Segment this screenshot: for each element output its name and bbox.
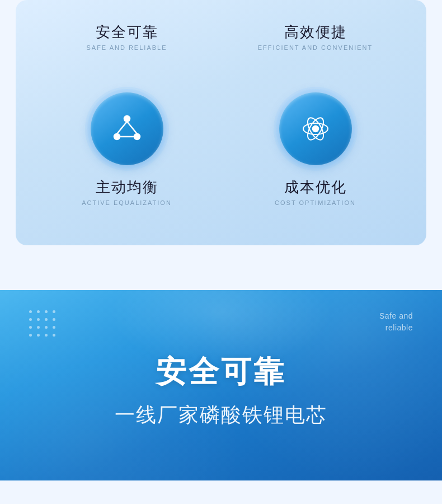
svg-point-2 bbox=[134, 134, 140, 139]
dot bbox=[45, 326, 48, 329]
dots-grid-decoration bbox=[29, 310, 57, 338]
bottom-section: Safe and reliable 安全可靠 一线厂家磷酸铁锂电芯 bbox=[0, 290, 442, 480]
feature-cost-optimization-en: COST OPTIMIZATION bbox=[275, 199, 356, 206]
dot bbox=[29, 318, 32, 321]
svg-point-6 bbox=[313, 126, 318, 132]
feature-active-equalization: 主动均衡 ACTIVE EQUALIZATION bbox=[32, 81, 221, 223]
dot bbox=[53, 334, 55, 337]
feature-efficient: 高效便捷 EFFICIENT AND CONVENIENT bbox=[221, 11, 410, 81]
dot bbox=[37, 310, 40, 313]
triangle-nodes-icon bbox=[110, 112, 144, 146]
dot bbox=[29, 334, 32, 337]
dot bbox=[37, 334, 40, 337]
feature-safe-reliable-zh: 安全可靠 bbox=[96, 22, 158, 42]
svg-point-0 bbox=[124, 116, 130, 122]
dot bbox=[45, 310, 48, 313]
feature-efficient-en: EFFICIENT AND CONVENIENT bbox=[258, 44, 373, 51]
active-equalization-icon-circle bbox=[91, 92, 163, 165]
dot bbox=[53, 318, 55, 321]
main-heading-zh: 安全可靠 bbox=[28, 352, 414, 393]
feature-safe-reliable-en: SAFE AND RELIABLE bbox=[86, 44, 167, 51]
dot bbox=[45, 318, 48, 321]
feature-cost-optimization: 成本优化 COST OPTIMIZATION bbox=[221, 81, 410, 223]
cost-optimization-icon-circle bbox=[279, 92, 352, 165]
svg-line-4 bbox=[127, 122, 137, 134]
dot bbox=[37, 318, 40, 321]
safe-reliable-tagline: Safe and reliable bbox=[379, 310, 413, 334]
feature-cost-optimization-zh: 成本优化 bbox=[284, 178, 347, 197]
feature-active-equalization-zh: 主动均衡 bbox=[96, 178, 158, 197]
divider bbox=[0, 245, 442, 290]
main-heading: 安全可靠 一线厂家磷酸铁锂电芯 bbox=[28, 352, 414, 429]
features-grid: 安全可靠 SAFE AND RELIABLE 高效便捷 EFFICIENT AN… bbox=[32, 11, 410, 223]
dot bbox=[37, 326, 40, 329]
dot bbox=[53, 310, 55, 313]
safe-reliable-line1: Safe and bbox=[379, 311, 413, 320]
svg-point-1 bbox=[114, 134, 120, 139]
main-heading-sub: 一线厂家磷酸铁锂电芯 bbox=[28, 402, 414, 429]
dot bbox=[29, 310, 32, 313]
atom-orbit-icon bbox=[299, 112, 332, 146]
safe-reliable-line2: reliable bbox=[385, 323, 413, 332]
dot bbox=[53, 326, 55, 329]
feature-active-equalization-en: ACTIVE EQUALIZATION bbox=[82, 199, 172, 206]
feature-safe-reliable: 安全可靠 SAFE AND RELIABLE bbox=[32, 11, 221, 81]
top-card: 安全可靠 SAFE AND RELIABLE 高效便捷 EFFICIENT AN… bbox=[16, 0, 426, 245]
dot bbox=[29, 326, 32, 329]
dot bbox=[45, 334, 48, 337]
svg-line-3 bbox=[117, 122, 127, 134]
feature-efficient-zh: 高效便捷 bbox=[284, 22, 347, 42]
